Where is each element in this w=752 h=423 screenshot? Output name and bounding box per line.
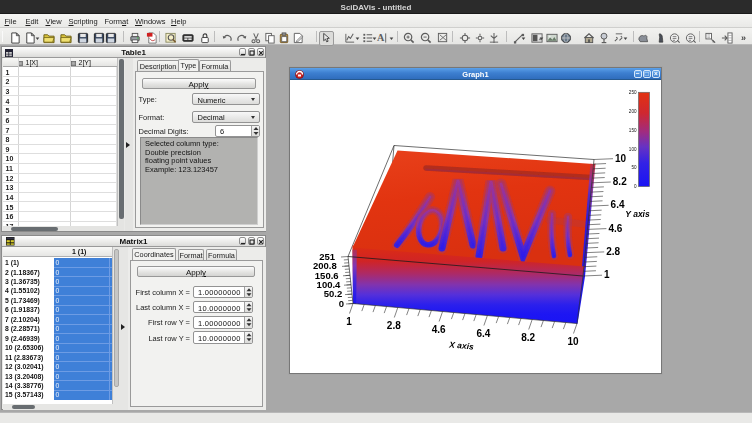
svg-text:2.8: 2.8 <box>606 246 620 257</box>
svg-text:2.8: 2.8 <box>387 320 401 331</box>
svg-text:50: 50 <box>631 165 637 170</box>
svg-text:0: 0 <box>339 298 344 309</box>
svg-text:200: 200 <box>629 109 637 114</box>
svg-text:6.4: 6.4 <box>611 199 625 210</box>
svg-text:1: 1 <box>604 269 610 280</box>
svg-text:8.2: 8.2 <box>613 176 627 187</box>
svg-text:150: 150 <box>629 128 637 133</box>
svg-text:8.2: 8.2 <box>521 332 535 343</box>
svg-text:100: 100 <box>629 147 637 152</box>
svg-text:10: 10 <box>615 153 627 164</box>
svg-text:250: 250 <box>629 90 637 95</box>
svg-text:Y axis: Y axis <box>625 209 650 219</box>
svg-text:4.6: 4.6 <box>432 324 446 335</box>
svg-text:X axis: X axis <box>448 339 475 351</box>
svg-text:0: 0 <box>634 184 637 189</box>
svg-text:10: 10 <box>567 336 579 347</box>
svg-text:1: 1 <box>346 316 352 327</box>
svg-text:4.6: 4.6 <box>608 223 622 234</box>
svg-text:6.4: 6.4 <box>476 328 490 339</box>
